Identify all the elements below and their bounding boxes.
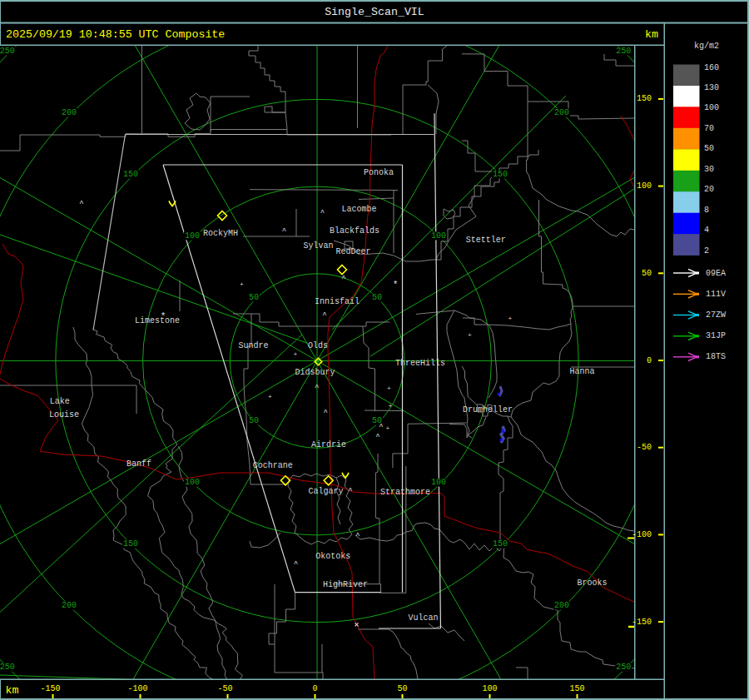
svg-text:100: 100 [185, 478, 200, 487]
svg-text:+: + [468, 331, 472, 339]
svg-text:Ponoka: Ponoka [364, 168, 394, 177]
svg-text:Drumheller: Drumheller [463, 405, 513, 415]
svg-text:250: 250 [616, 47, 631, 56]
svg-text:^: ^ [341, 275, 345, 283]
svg-text:250: 250 [0, 47, 15, 56]
svg-text:+: + [294, 350, 298, 358]
svg-text:100: 100 [431, 231, 446, 241]
svg-text:150: 150 [123, 170, 138, 179]
svg-text:200: 200 [554, 108, 569, 117]
svg-text:100: 100 [482, 684, 497, 693]
svg-text:50: 50 [397, 684, 407, 693]
svg-text:Didsbury: Didsbury [295, 368, 335, 377]
svg-text:8: 8 [704, 206, 709, 215]
svg-text:Louise: Louise [49, 410, 79, 420]
svg-text:-100: -100 [632, 530, 652, 539]
svg-text:Banff: Banff [126, 459, 151, 469]
svg-text:50: 50 [704, 144, 714, 153]
svg-text:+: + [387, 385, 391, 392]
svg-text:-150: -150 [632, 618, 652, 627]
svg-text:50: 50 [372, 293, 382, 302]
svg-text:^: ^ [355, 532, 360, 540]
svg-text:31JP: 31JP [706, 331, 726, 340]
svg-text:Limestone: Limestone [135, 316, 180, 325]
svg-text:150: 150 [637, 94, 652, 103]
svg-text:150: 150 [569, 684, 584, 693]
svg-text:09EA: 09EA [706, 269, 726, 278]
svg-text:^: ^ [379, 423, 383, 431]
svg-text:111V: 111V [706, 290, 726, 299]
svg-text:-150: -150 [40, 684, 60, 693]
svg-text:50: 50 [642, 269, 652, 278]
svg-text:^: ^ [323, 409, 327, 417]
svg-text:200: 200 [554, 601, 569, 610]
svg-text:Strathmore: Strathmore [380, 488, 430, 497]
svg-text:*: * [393, 280, 399, 290]
svg-text:+: + [385, 424, 389, 432]
svg-text:0: 0 [647, 356, 652, 365]
svg-text:100: 100 [704, 103, 719, 112]
svg-text:-50: -50 [217, 684, 232, 693]
svg-text:kg/m2: kg/m2 [694, 42, 719, 51]
svg-text:30: 30 [704, 165, 714, 174]
svg-text:-50: -50 [637, 443, 652, 452]
svg-text:18TS: 18TS [706, 352, 726, 361]
svg-text:100: 100 [637, 181, 652, 191]
svg-text:RockyMH: RockyMH [203, 229, 238, 238]
svg-text:Airdrie: Airdrie [311, 440, 346, 449]
svg-text:^: ^ [294, 560, 298, 568]
svg-text:RedDeer: RedDeer [336, 247, 371, 256]
svg-text:Brooks: Brooks [577, 578, 607, 588]
svg-text:Vulcan: Vulcan [409, 613, 439, 623]
svg-text:HighRiver: HighRiver [323, 580, 368, 589]
svg-text:130: 130 [704, 83, 719, 92]
svg-text:4: 4 [704, 226, 709, 235]
svg-text:100: 100 [431, 478, 446, 487]
svg-text:70: 70 [704, 124, 714, 133]
svg-text:Single_Scan_VIL: Single_Scan_VIL [325, 6, 424, 18]
svg-text:^: ^ [315, 384, 319, 392]
svg-text:Blackfalds: Blackfalds [330, 226, 379, 236]
svg-text:+: + [508, 315, 513, 322]
svg-text:150: 150 [493, 170, 508, 179]
svg-text:^: ^ [322, 311, 326, 320]
svg-text:100: 100 [185, 231, 200, 241]
svg-text:Calgary: Calgary [309, 487, 344, 496]
svg-text:20: 20 [704, 185, 714, 194]
svg-text:*: * [161, 311, 166, 321]
svg-text:250: 250 [0, 663, 15, 672]
svg-text:km: km [6, 684, 19, 697]
svg-text:Okotoks: Okotoks [315, 552, 350, 561]
svg-text:200: 200 [62, 108, 77, 117]
svg-text:160: 160 [704, 63, 719, 72]
svg-text:27ZW: 27ZW [706, 310, 726, 320]
svg-text:+: + [268, 393, 272, 400]
svg-text:200: 200 [62, 601, 77, 610]
svg-text:+: + [240, 280, 244, 288]
svg-text:^: ^ [320, 209, 325, 217]
svg-text:-100: -100 [127, 684, 147, 693]
svg-text:0: 0 [312, 684, 317, 693]
svg-text:250: 250 [616, 663, 631, 672]
svg-text:2025/09/19 10:48:55 UTC Compos: 2025/09/19 10:48:55 UTC Composite [6, 28, 225, 41]
svg-text:Sundre: Sundre [239, 341, 269, 350]
svg-text:Stettler: Stettler [466, 236, 506, 245]
svg-text:+: + [389, 402, 393, 410]
svg-text:Innisfail: Innisfail [315, 297, 360, 306]
svg-text:50: 50 [249, 293, 259, 302]
svg-text:Hanna: Hanna [570, 367, 595, 376]
svg-text:50: 50 [249, 416, 259, 425]
svg-text:Lacombe: Lacombe [342, 205, 377, 214]
svg-text:km: km [645, 28, 658, 41]
svg-text:Lake: Lake [50, 397, 70, 406]
svg-text:2: 2 [704, 246, 709, 256]
svg-text:150: 150 [493, 539, 508, 549]
svg-text:^: ^ [282, 227, 286, 236]
svg-text:Sylvan: Sylvan [304, 241, 334, 251]
svg-text:^: ^ [79, 200, 83, 208]
svg-text:^: ^ [375, 433, 379, 441]
svg-text:Olds: Olds [308, 341, 328, 350]
svg-text:150: 150 [123, 539, 138, 549]
svg-text:^: ^ [348, 487, 352, 495]
svg-text:ThreeHills: ThreeHills [395, 359, 445, 368]
